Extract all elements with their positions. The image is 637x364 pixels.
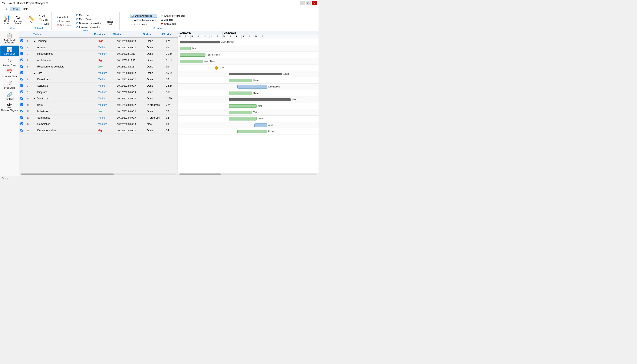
gantt-body[interactable]: Jane, RobertJaneRobert, PrinterJane, Dia… [178,39,318,173]
row-check[interactable] [19,90,26,94]
table-row[interactable]: 15 Dependency line High 10/18/2023 8:00 … [19,127,178,134]
task-checkbox[interactable] [20,84,23,87]
gantt-bar[interactable] [238,85,267,88]
task-checkbox[interactable] [20,46,23,48]
table-row[interactable]: 7 Date-times Medium 10/16/2023 8:00 A Do… [19,76,178,82]
gantt-bar[interactable] [229,98,290,101]
insert-task-button[interactable]: ≡ Insert task [56,19,72,23]
task-checkbox[interactable] [20,40,23,42]
row-check[interactable] [19,128,26,132]
menu-help[interactable]: Help [20,7,31,11]
move-up-button[interactable]: ⊙ Move Up [75,13,102,17]
task-checkbox[interactable] [20,110,23,112]
cut-button[interactable]: ✂ Cut [38,14,50,18]
gantt-scrollbar-thumb[interactable] [180,174,221,175]
task-checkbox[interactable] [20,65,23,68]
collapse-icon[interactable]: ▶ [34,98,36,100]
edit-button[interactable]: ✏️ Edit [26,16,37,24]
gantt-bar[interactable] [180,53,206,56]
task-checkbox[interactable] [20,58,23,61]
close-button[interactable]: ✕ [312,1,317,5]
table-row[interactable]: 2 Analysis Medium 10/11/2023 8:00 A Done… [19,44,178,51]
row-check[interactable] [19,39,26,43]
table-row[interactable]: 1 ▶ Planning High 10/11/2023 8:00 A Done… [19,38,178,44]
gantt-bar[interactable] [180,47,190,50]
row-check[interactable] [19,45,26,50]
task-checkbox[interactable] [20,116,23,119]
row-check[interactable] [19,122,26,126]
menu-file[interactable]: File [1,7,10,11]
sidebar-item-network-diagram[interactable]: 🕸 Network Diagram [0,102,19,113]
sidebar-item-load-chart[interactable]: 📈 Load Chart [0,80,19,90]
row-check[interactable] [19,96,26,101]
paste-button[interactable]: 📄 Paste [38,22,50,26]
gantt-chart-view-button[interactable]: 📊 GanttChart [2,14,12,25]
maximize-button[interactable]: □ [306,1,311,5]
move-down-button[interactable]: ⊙ Move Down [75,17,102,21]
row-check[interactable] [19,71,26,75]
scrollbar-thumb[interactable] [21,174,114,175]
increase-indent-button[interactable]: ⊙ Increase Indentation [75,25,102,29]
collapse-icon[interactable]: ▶ [34,40,36,42]
add-task-button[interactable]: + Add task [56,15,72,19]
table-row[interactable]: 4 Architecture High 10/11/2023 12:15 Don… [19,57,178,64]
gantt-scrollbar-track[interactable] [180,174,317,175]
sidebar-item-kanban-board[interactable]: 🗂 Kanban Board [0,57,19,68]
row-check[interactable] [19,64,26,69]
table-row[interactable]: 9 Diagram Medium 10/16/2023 8:00 A Done … [19,89,178,95]
table-row[interactable]: 12 Milestones Low 10/16/2023 8:00 A Done… [19,108,178,114]
gantt-bar[interactable] [180,41,220,44]
table-row[interactable]: 8 Schedule Medium 10/18/2023 8:00 A Done… [19,82,178,89]
collapse-icon[interactable]: ▶ [34,72,36,74]
task-checkbox[interactable] [20,103,23,106]
table-row[interactable]: 3 Requirements Medium 10/11/2023 12:15 D… [19,51,178,57]
sidebar-item-schedule-chart[interactable]: 📅 Schedule Chart [0,68,19,79]
task-checkbox[interactable] [20,122,23,125]
sidebar-item-pert-chart[interactable]: 🔗 Pert Chart [0,91,19,102]
table-row[interactable]: 11 Bars Medium 10/16/2023 8:00 A In prog… [19,102,178,108]
row-check[interactable] [19,84,26,88]
task-checkbox[interactable] [20,78,23,80]
gantt-bar[interactable] [229,73,282,75]
decrease-indent-button[interactable]: ⊙ Decrease Indentation [75,21,102,25]
task-checkbox[interactable] [20,97,23,100]
menu-task[interactable]: Task [10,7,20,11]
task-checkbox[interactable] [20,52,23,55]
table-row[interactable]: 14 Completion Medium 10/20/2023 8:00 A N… [19,121,178,127]
task-checkbox[interactable] [20,90,23,93]
th-priority[interactable]: Priority ▲ [93,32,112,36]
row-check[interactable] [19,116,26,120]
table-scrollbar-h[interactable] [19,173,178,176]
gantt-bar[interactable] [229,79,252,82]
kanban-board-view-button[interactable]: 🗂 KanbanBoard [13,14,23,25]
sidebar-item-project-schedule[interactable]: 📋 Project and Schedule [0,32,19,45]
scrollbar-track[interactable] [21,174,176,175]
copy-button[interactable]: 📋 Copy [38,18,50,22]
th-task[interactable]: Task ▲ [32,32,93,36]
critical-path-button[interactable]: ⚑ Critical path [160,22,186,26]
auto-scheduling-button[interactable]: ↔ Automatic scheduling [130,18,157,22]
gantt-bar[interactable] [229,117,256,120]
gantt-scrollbar-h[interactable] [178,173,318,176]
gantt-milestone-bar[interactable] [214,66,219,70]
row-check[interactable] [19,77,26,82]
table-row[interactable]: 5 Requirements complete Low 10/13/2023 2… [19,64,178,70]
task-checkbox[interactable] [20,129,23,132]
minimize-button[interactable]: ─ [300,1,305,5]
gantt-bar[interactable] [229,92,252,95]
gantt-bar[interactable] [229,111,252,114]
enable-scroll-button[interactable]: ↔ Enable scroll to task [160,14,186,18]
th-effort[interactable]: Effort ▲ [161,32,174,36]
delete-task-button[interactable]: ⊗ Delete task [56,24,72,27]
gantt-bar[interactable] [180,60,203,63]
gantt-bar[interactable] [238,130,267,133]
th-start[interactable]: Start ▲ [112,32,142,36]
table-row[interactable]: 10 ▶ Gantt chart Medium 10/16/2023 8:00 … [19,95,178,102]
row-check[interactable] [19,103,26,107]
gantt-bar[interactable] [229,104,256,108]
reset-sort-button[interactable]: ↕ ResetSort [105,16,115,26]
display-baseline-button[interactable]: 📊 Display baseline [130,14,157,18]
gantt-bar[interactable] [254,124,267,127]
table-row[interactable]: 6 ▶ Core Medium 10/16/2023 8:00 A Done 4… [19,70,178,76]
split-task-button[interactable]: ⊟ Split task [160,18,186,22]
